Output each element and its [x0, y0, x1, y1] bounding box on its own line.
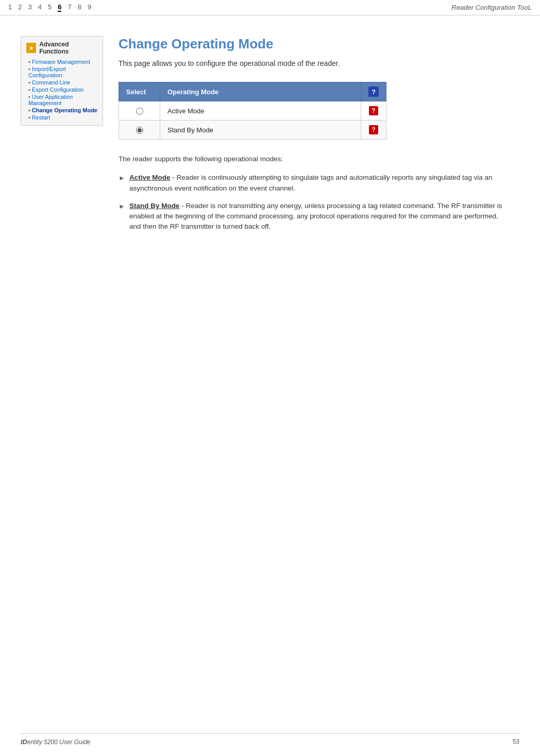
- nav-item-9[interactable]: 9: [88, 3, 91, 12]
- col-header-help[interactable]: ?: [361, 82, 386, 101]
- sidebar-title: ★ Advanced Functions: [26, 41, 97, 55]
- sidebar-links: •Firmware Management •Import/Export Conf…: [26, 58, 97, 121]
- sidebar: ★ Advanced Functions •Firmware Managemen…: [21, 36, 103, 239]
- table-help-icon[interactable]: ?: [368, 87, 379, 97]
- sidebar-link-import-export[interactable]: Import/Export Configuration: [28, 66, 66, 78]
- nav-item-6[interactable]: 6: [58, 3, 61, 12]
- modes-intro-text: The reader supports the following operat…: [119, 154, 509, 164]
- sidebar-item-export-config[interactable]: •Export Configuration: [28, 86, 97, 93]
- mode-list: ► Active Mode - Reader is continuously a…: [119, 173, 509, 232]
- select-cell-standby[interactable]: [119, 121, 160, 140]
- arrow-icon-active: ►: [119, 173, 125, 183]
- mode-cell-standby: Stand By Mode: [160, 121, 361, 140]
- sidebar-item-restart[interactable]: •Restart: [28, 114, 97, 121]
- select-cell-active[interactable]: [119, 101, 160, 121]
- sidebar-box: ★ Advanced Functions •Firmware Managemen…: [21, 36, 103, 126]
- standby-mode-text: Stand By Mode - Reader is not transmitti…: [129, 201, 509, 232]
- nav-item-2[interactable]: 2: [18, 3, 22, 12]
- sidebar-link-change-mode[interactable]: Change Operating Mode: [32, 107, 97, 113]
- nav-item-4[interactable]: 4: [38, 3, 42, 12]
- sidebar-link-user-app[interactable]: User Application Management: [28, 94, 73, 106]
- list-item-active-mode: ► Active Mode - Reader is continuously a…: [119, 173, 509, 194]
- mode-descriptions: The reader supports the following operat…: [119, 154, 509, 232]
- sidebar-link-command-line[interactable]: Command Line: [32, 79, 71, 85]
- col-header-select: Select: [119, 82, 160, 101]
- radio-active[interactable]: [136, 108, 143, 115]
- main-content: Change Operating Mode This page allows y…: [119, 36, 509, 239]
- standby-mode-name: Stand By Mode: [129, 202, 180, 210]
- standby-mode-description: Reader is not transmitting any energy, u…: [129, 202, 502, 231]
- footer-brand-rest: entity 5200 User Guide: [27, 738, 91, 746]
- help-icon-active[interactable]: ?: [369, 106, 378, 115]
- nav-item-7[interactable]: 7: [68, 3, 71, 12]
- help-cell-standby[interactable]: ?: [361, 121, 386, 140]
- nav-item-8[interactable]: 8: [78, 3, 81, 12]
- nav-item-5[interactable]: 5: [48, 3, 52, 12]
- nav-item-1[interactable]: 1: [8, 3, 12, 12]
- radio-standby[interactable]: [136, 127, 143, 134]
- active-mode-description: Reader is continuously attempting to sin…: [129, 174, 493, 192]
- nav-item-3[interactable]: 3: [28, 3, 31, 12]
- page-description: This page allows you to configure the op…: [119, 59, 509, 67]
- sidebar-link-restart[interactable]: Restart: [32, 114, 50, 121]
- col-header-mode: Operating Mode: [160, 82, 361, 101]
- header-navigation: 1 2 3 4 5 6 7 8 9: [8, 3, 91, 12]
- arrow-icon-standby: ►: [119, 201, 125, 212]
- sidebar-title-label: Advanced Functions: [39, 41, 97, 55]
- footer-brand-identity: ID: [21, 738, 27, 746]
- operating-mode-table: Select Operating Mode ? Active Mode: [119, 82, 386, 140]
- sidebar-link-firmware[interactable]: Firmware Management: [32, 59, 90, 65]
- sidebar-item-firmware[interactable]: •Firmware Management: [28, 58, 97, 65]
- footer: IDentity 5200 User Guide 53: [21, 733, 519, 746]
- table-row-active: Active Mode ?: [119, 101, 386, 121]
- sidebar-item-import-export[interactable]: •Import/Export Configuration: [28, 65, 97, 79]
- sidebar-link-export-config[interactable]: Export Configuration: [32, 87, 83, 93]
- footer-brand: IDentity 5200 User Guide: [21, 738, 91, 746]
- help-cell-active[interactable]: ?: [361, 101, 386, 121]
- sidebar-item-user-app[interactable]: •User Application Management: [28, 93, 97, 107]
- footer-page-number: 53: [513, 738, 519, 746]
- active-mode-name: Active Mode: [129, 174, 171, 181]
- mode-cell-active: Active Mode: [160, 101, 361, 121]
- app-title: Reader Configuration TooL: [451, 4, 532, 11]
- header: 1 2 3 4 5 6 7 8 9 Reader Configuration T…: [0, 0, 540, 15]
- sidebar-item-command-line[interactable]: •Command Line: [28, 79, 97, 86]
- page-title: Change Operating Mode: [119, 36, 509, 52]
- advanced-functions-icon: ★: [26, 43, 36, 53]
- list-item-standby-mode: ► Stand By Mode - Reader is not transmit…: [119, 201, 509, 232]
- sidebar-item-change-mode[interactable]: •Change Operating Mode: [28, 107, 97, 114]
- table-row-standby: Stand By Mode ?: [119, 121, 386, 140]
- help-icon-standby[interactable]: ?: [369, 125, 378, 134]
- active-mode-text: Active Mode - Reader is continuously att…: [129, 173, 509, 194]
- content-wrapper: ★ Advanced Functions •Firmware Managemen…: [0, 15, 540, 260]
